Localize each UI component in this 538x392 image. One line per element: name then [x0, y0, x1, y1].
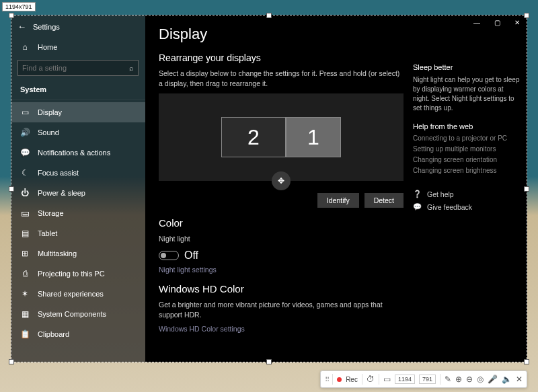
resize-handle[interactable]: [524, 359, 529, 364]
zoom-out-icon[interactable]: ⊖: [466, 375, 473, 384]
height-field[interactable]: 791: [419, 375, 436, 384]
capture-selection-frame[interactable]: [11, 15, 527, 362]
pencil-icon[interactable]: ✎: [445, 375, 451, 384]
resize-handle[interactable]: [524, 13, 529, 18]
crop-icon[interactable]: ▭: [383, 375, 391, 384]
dimension-badge: 1194x791: [2, 2, 36, 11]
resize-handle[interactable]: [9, 186, 14, 192]
resize-handle[interactable]: [9, 359, 14, 364]
grip-icon[interactable]: ⠿: [325, 376, 328, 383]
recorder-toolbar[interactable]: ⠿ Rec ⏱ ▭ 1194 791 ✎ ⊕ ⊖ ◎ 🎤 🔈 ✕: [320, 370, 527, 388]
resize-handle[interactable]: [524, 186, 529, 192]
resize-handle[interactable]: [266, 13, 272, 18]
close-toolbar-icon[interactable]: ✕: [516, 375, 523, 384]
record-icon[interactable]: [337, 377, 342, 382]
mic-icon[interactable]: 🎤: [488, 375, 498, 384]
zoom-in-icon[interactable]: ⊕: [455, 375, 462, 384]
resize-handle[interactable]: [266, 359, 272, 364]
webcam-icon[interactable]: ◎: [477, 375, 484, 384]
timer-icon[interactable]: ⏱: [367, 375, 375, 384]
record-label: Rec: [346, 376, 358, 383]
width-field[interactable]: 1194: [395, 375, 415, 384]
speaker-icon[interactable]: 🔈: [502, 375, 512, 384]
resize-handle[interactable]: [9, 13, 14, 18]
